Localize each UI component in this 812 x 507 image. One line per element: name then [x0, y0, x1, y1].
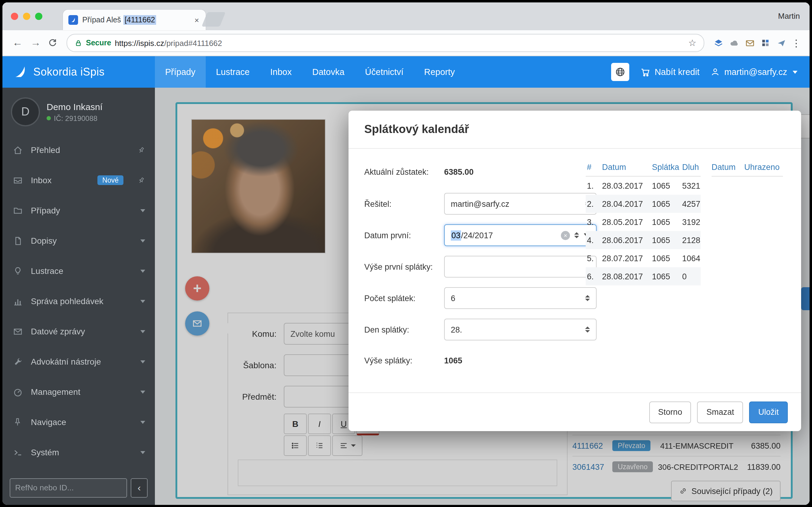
browser-window: Případ Aleš [4111662 × Martin ← → Secure…	[2, 2, 810, 505]
language-globe-button[interactable]	[611, 63, 629, 81]
column-header[interactable]: Dluh	[681, 162, 701, 171]
mail-extension-icon[interactable]	[743, 36, 756, 50]
sidebar-item-advokatni-nastroje[interactable]: Advokátní nástroje	[2, 346, 155, 377]
delete-button[interactable]: Smazat	[697, 401, 743, 423]
sidebar-item-inbox[interactable]: Inbox Nové	[2, 165, 155, 195]
chrome-menu-icon[interactable]: ⋮	[790, 37, 802, 49]
url-text: https://ispis.cz/pripad#4111662	[115, 39, 222, 48]
credit-label: Nabít kredit	[655, 67, 700, 77]
tab-title: Případ Aleš	[82, 16, 121, 24]
column-header[interactable]: Datum	[601, 162, 651, 171]
browser-tab[interactable]: Případ Aleš [4111662 ×	[63, 10, 206, 30]
wrench-icon	[12, 356, 23, 367]
pin-icon[interactable]	[137, 176, 145, 184]
nav-right-cluster: Nabít kredit martin@sarfy.cz	[611, 63, 810, 81]
solver-value: martin@sarfy.cz	[451, 199, 509, 208]
credit-topup-button[interactable]: Nabít kredit	[640, 67, 700, 77]
chevron-down-icon	[140, 299, 145, 303]
amount-label: Výše splátky:	[364, 356, 444, 365]
reload-icon[interactable]	[46, 36, 59, 50]
sidebar-item-datove-zpravy[interactable]: Datové zprávy	[2, 316, 155, 346]
column-header[interactable]: Splátka	[651, 162, 681, 171]
sidebar-item-sprava-pohledavek[interactable]: Správa pohledávek	[2, 286, 155, 316]
sidebar-item-prehled[interactable]: Přehled	[2, 135, 155, 165]
sidebar-item-system[interactable]: Systém	[2, 437, 155, 467]
nav-item-datovka[interactable]: Datovka	[302, 56, 355, 88]
chevron-down-icon	[140, 330, 145, 333]
nav-item-pripady[interactable]: Případy	[155, 56, 206, 88]
main-content: + Komu: Zvolte komu Šablona: Předmět:	[155, 88, 810, 505]
sidebar-item-management[interactable]: Management	[2, 377, 155, 407]
pin-icon[interactable]	[137, 146, 145, 154]
column-header[interactable]: Uhrazeno	[744, 162, 782, 171]
zoom-window-button[interactable]	[35, 13, 42, 20]
first-date-input[interactable]: 03 /24/2017 ×	[444, 224, 597, 246]
column-header[interactable]: Datum	[712, 162, 744, 171]
clear-icon[interactable]: ×	[561, 231, 570, 240]
url-domain: https://ispis.cz	[115, 39, 164, 48]
layers-extension-icon[interactable]	[712, 36, 725, 50]
tab-close-icon[interactable]: ×	[193, 15, 200, 24]
minimize-window-button[interactable]	[23, 13, 30, 20]
secure-label: Secure	[86, 39, 111, 47]
screenshot-stage: Případ Aleš [4111662 × Martin ← → Secure…	[0, 0, 812, 507]
cart-icon	[640, 67, 651, 77]
table-row: 6.28.08.201710650	[586, 267, 701, 285]
envelope-icon	[12, 326, 23, 336]
close-window-button[interactable]	[11, 13, 18, 20]
first-amount-input[interactable]	[444, 256, 597, 278]
sidebar-item-label: Přehled	[31, 145, 60, 155]
ispis-favicon	[68, 15, 78, 25]
address-bar[interactable]: Secure https://ispis.cz/pripad#4111662 ☆	[66, 34, 704, 52]
nav-item-reporty[interactable]: Reporty	[414, 56, 465, 88]
sidebar-item-pripady[interactable]: Případy	[2, 195, 155, 226]
document-icon	[12, 235, 23, 246]
org-reg-text: IČ: 29190088	[54, 114, 97, 122]
cancel-button[interactable]: Storno	[649, 401, 691, 423]
send-extension-icon[interactable]	[774, 36, 788, 50]
gauge-icon	[12, 387, 23, 397]
refno-search-input[interactable]	[10, 478, 127, 497]
account-menu[interactable]: martin@sarfy.cz	[710, 67, 798, 77]
nav-item-ucetnictvi[interactable]: Účetnictví	[355, 56, 414, 88]
table-row: 4.28.06.201710652128	[586, 231, 701, 249]
select-arrows-icon	[585, 327, 590, 333]
sidebar-item-navigace[interactable]: Navigace	[2, 407, 155, 437]
brand[interactable]: Sokordia iSpis	[2, 65, 155, 79]
sidebar-item-label: Případy	[31, 206, 60, 215]
sidebar-collapse-button[interactable]: ‹	[131, 478, 148, 497]
sidebar-item-label: Systém	[31, 447, 59, 457]
chevron-down-icon	[140, 269, 145, 272]
sidebar-item-lustrace[interactable]: Lustrace	[2, 256, 155, 286]
grid-extension-icon[interactable]	[759, 36, 772, 50]
day-label: Den splátky:	[364, 325, 444, 334]
nav-item-lustrace[interactable]: Lustrace	[206, 56, 260, 88]
chevron-down-icon	[793, 70, 798, 73]
day-row: Den splátky: 28.	[364, 319, 597, 340]
column-header[interactable]: #	[586, 162, 601, 171]
day-select[interactable]: 28.	[444, 319, 597, 340]
account-label: martin@sarfy.cz	[724, 67, 787, 77]
avatar: D	[11, 97, 40, 126]
globe-icon	[615, 66, 626, 77]
save-button[interactable]: Uložit	[749, 401, 788, 423]
count-select[interactable]: 6	[444, 287, 597, 309]
modal-title: Splátkový kalendář	[364, 123, 469, 136]
spinner-arrows-icon[interactable]	[574, 232, 579, 238]
solver-select[interactable]: martin@sarfy.cz	[444, 193, 597, 215]
cloud-extension-icon[interactable]	[727, 36, 741, 50]
table-row: 3.28.05.201710653192	[586, 213, 701, 231]
tab-title-selected: [4111662	[123, 15, 156, 25]
back-icon[interactable]: ←	[10, 37, 26, 49]
forward-icon[interactable]: →	[28, 37, 44, 49]
sidebar-item-label: Datové zprávy	[31, 327, 85, 336]
solver-row: Řešitel: martin@sarfy.cz	[364, 193, 597, 215]
org-registration: IČ: 29190088	[47, 114, 103, 122]
sidebar-item-dopisy[interactable]: Dopisy	[2, 226, 155, 256]
lock-icon	[74, 39, 82, 47]
bookmark-star-icon[interactable]: ☆	[688, 38, 697, 48]
app-navbar: Sokordia iSpis Případy Lustrace Inbox Da…	[2, 56, 810, 88]
sidebar-item-label: Advokátní nástroje	[31, 357, 101, 367]
nav-item-inbox[interactable]: Inbox	[260, 56, 302, 88]
org-name: Demo Inkasní	[47, 101, 103, 112]
